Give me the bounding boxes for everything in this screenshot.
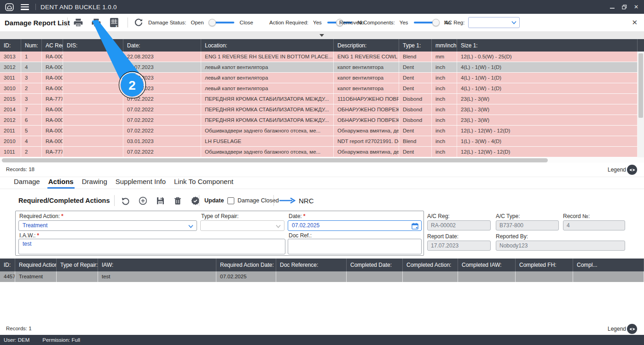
table-row[interactable]: 20147RA-0000307.02.2022ПЕРЕДНЯЯ КРОМКА С… [0,104,638,115]
print-report-button[interactable] [89,16,103,29]
damage-closed-label[interactable]: Damage Closed [238,197,279,204]
refresh-button[interactable] [132,16,145,29]
restore-button[interactable] [618,0,630,14]
removed-components-yes-label[interactable]: Yes [400,20,408,25]
panel-close-icon[interactable]: ✕ [632,18,638,27]
nrc-button[interactable]: NRC [299,197,314,205]
date-input[interactable]: 07.02.2025 [288,220,422,231]
column-header[interactable]: Completed IAW: [458,259,516,271]
table-row[interactable]: 30131RA-0000522.08.2023ENG 1 REVERSE RH … [0,52,638,62]
slider-thumb[interactable] [432,19,440,26]
column-header[interactable]: Completed FH: [516,259,573,271]
damage-table-header: ID:Num:AC Reg:DIS:Date:Location:Descript… [0,39,644,52]
column-header[interactable]: Num: [21,39,42,52]
scrollbar-thumb[interactable] [2,158,548,162]
table-cell: inch [432,126,457,136]
scrollbar-thumb[interactable] [638,53,643,118]
column-header[interactable]: DIS: [63,39,123,52]
minimize-button[interactable] [606,0,618,14]
column-header[interactable]: Type of Repair: [57,259,98,271]
tab-damage[interactable]: Damage [13,178,41,189]
column-header[interactable]: Required Action Date: [216,259,276,271]
table-cell: левый капот вентилятора [201,73,334,83]
column-header[interactable]: IAW: [98,259,216,271]
approve-seal-button[interactable] [189,194,202,207]
table-row[interactable]: 20115RA-0000307.02.2022Обшивкадвери задн… [0,126,638,136]
save-button[interactable] [154,194,167,207]
export-excel-button[interactable]: x [107,16,121,29]
tab-supplement-info[interactable]: Supplement Info [115,178,167,189]
delete-button[interactable] [171,194,184,207]
column-header[interactable]: Required Action: [15,259,57,271]
table-row[interactable]: 20153RA-7777707.02.2022ПЕРЕДНЯЯ КРОМКА С… [0,94,638,104]
table-cell: RA-00003 [42,104,63,115]
table-cell: 111ОБНАРУЖЕНО ПОВРЕЖДЕНИЕ НАПЕРЕЖН... [334,94,399,104]
column-header[interactable]: AC Reg: [42,39,63,52]
column-header[interactable]: ID: [0,39,21,52]
splitter-strip [0,31,644,39]
table-row[interactable]: 30113RA-0000217.07.2023левый капот венти… [0,73,638,83]
table-row[interactable]: 30124RA-0000217.07.2023левый капот венти… [0,62,638,73]
collapse-handle-icon[interactable] [319,34,324,37]
ac-type-field: B737-800 [496,220,559,230]
ac-reg-filter-select[interactable] [468,17,520,28]
column-header[interactable]: Description: [334,39,399,52]
column-header[interactable]: Size 1: [457,39,638,52]
type-of-repair-label: Type of Repair: [201,213,238,219]
column-header[interactable]: ID: [0,259,15,271]
action-required-yes-label[interactable]: Yes [313,20,322,25]
table-row[interactable]: 10112RA-7777707.02.2022Обшивкадвери задн… [0,147,638,157]
column-header[interactable]: Type 1: [399,39,432,52]
add-button[interactable] [136,194,149,207]
type-of-repair-select[interactable] [200,220,284,231]
doc-ref-textarea[interactable] [288,239,422,254]
table-cell: RA-00002 [42,62,63,72]
table-row[interactable]: 30102RA-0000217.07.2023левый капот венти… [0,83,638,94]
required-action-select[interactable]: Treatment [18,220,197,231]
tab-link-to-component[interactable]: Link To Component [173,178,234,189]
table-cell: Disbond [399,94,432,104]
slider-thumb[interactable] [209,19,216,26]
vertical-scrollbar[interactable] [638,52,644,157]
legend-eye-button[interactable] [627,165,637,175]
column-header[interactable]: Doc Reference: [276,259,347,271]
removed-components-slider[interactable] [414,22,439,23]
table-cell [63,73,123,83]
column-header[interactable]: mm/inch 1: [432,39,457,52]
hamburger-menu-icon[interactable] [21,4,29,10]
legend-label: Legend [608,326,626,332]
legend-eye-button[interactable] [627,324,637,334]
table-cell: 3010 [0,83,21,93]
table-cell: RA-00002 [42,83,63,93]
table-cell: 2011 [0,126,21,136]
table-row[interactable]: 4457Treatmenttest07.02.2025 [0,271,644,282]
records-count: Records: 1 [6,326,32,331]
calendar-icon[interactable] [412,223,418,230]
close-button[interactable]: ✕ [630,0,642,14]
damage-closed-checkbox[interactable] [227,197,234,204]
print-button[interactable] [71,16,85,29]
update-button[interactable]: Update [204,197,224,204]
damage-status-slider[interactable] [209,22,234,23]
horizontal-scrollbar[interactable] [0,157,644,163]
undo-button[interactable] [119,194,132,207]
app-logo-icon [5,2,14,12]
column-header[interactable]: Completed Action: [403,259,458,271]
column-header[interactable]: Location: [201,39,334,52]
column-header[interactable]: Completed Date: [347,259,403,271]
iaw-textarea[interactable]: test [18,239,285,254]
tab-actions[interactable]: Actions [47,178,75,189]
table-cell: 12(L) - 0.5(W) - 25(D) [457,52,638,62]
column-header[interactable]: Compl... [573,259,644,271]
column-header[interactable]: Date: [123,39,201,52]
damage-status-open-label[interactable]: Open [191,20,203,25]
table-cell: ПЕРЕДНЯЯ КРОМКА СТАБИЛИЗАТОРА МЕЖДУ... [201,115,334,125]
table-row[interactable]: 20126RA-0000307.02.2022ПЕРЕДНЯЯ КРОМКА С… [0,115,638,126]
separator [199,195,199,206]
tab-drawing[interactable]: Drawing [81,178,108,189]
table-row[interactable]: 20104RA-0000303.01.2023LH FUSELAGENDT re… [0,136,638,147]
ac-reg-label: A/C Reg: [427,213,450,219]
table-cell: 3012 [0,62,21,72]
table-cell: 17.07.2023 [123,73,201,83]
damage-status-close-label[interactable]: Close [240,20,253,25]
